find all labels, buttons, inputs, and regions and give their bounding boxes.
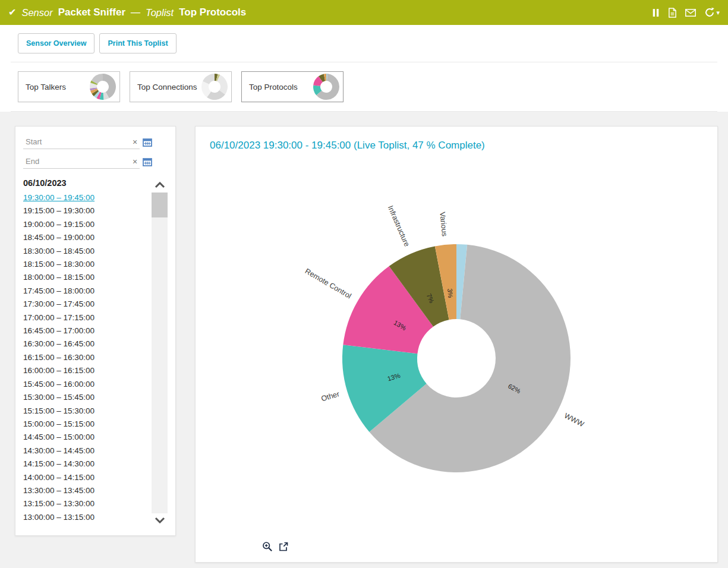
header-bar: ✔ Sensor Packet Sniffer — Toplist Top Pr… bbox=[0, 0, 728, 25]
end-date-row: × bbox=[23, 154, 138, 169]
pie-category-label: Remote Control bbox=[304, 267, 353, 300]
breadcrumb-toplist-name: Top Protocols bbox=[179, 7, 246, 18]
pie-category-label: Various bbox=[438, 212, 449, 237]
time-range-list: 19:30:00 – 19:45:0019:15:00 – 19:30:0019… bbox=[23, 191, 152, 524]
time-range-item[interactable]: 13:00:00 – 13:15:00 bbox=[23, 511, 152, 524]
time-range-item[interactable]: 17:45:00 – 18:00:00 bbox=[23, 285, 152, 298]
time-range-item[interactable]: 15:15:00 – 15:30:00 bbox=[23, 405, 152, 418]
open-external-icon[interactable] bbox=[278, 541, 289, 552]
refresh-icon[interactable]: ▾ bbox=[704, 7, 720, 18]
sensor-ok-check-icon: ✔ bbox=[8, 8, 16, 17]
breadcrumb-sensor-label: Sensor bbox=[21, 7, 52, 18]
card-label: Top Protocols bbox=[249, 83, 313, 91]
time-range-item[interactable]: 14:00:00 – 14:15:00 bbox=[23, 471, 152, 484]
time-range-item[interactable]: 16:30:00 – 16:45:00 bbox=[23, 337, 152, 351]
time-range-item[interactable]: 18:30:00 – 18:45:00 bbox=[23, 245, 152, 258]
time-range-item[interactable]: 19:00:00 – 19:15:00 bbox=[23, 218, 152, 231]
top-connections-mini-chart bbox=[201, 73, 228, 100]
time-range-item[interactable]: 18:00:00 – 18:15:00 bbox=[23, 271, 152, 284]
time-list-scrollbar[interactable] bbox=[152, 178, 168, 528]
card-label: Top Talkers bbox=[26, 83, 89, 91]
time-range-item[interactable]: 14:45:00 – 15:00:00 bbox=[23, 431, 152, 444]
time-range-item[interactable]: 18:15:00 – 18:30:00 bbox=[23, 258, 152, 271]
time-range-item[interactable]: 15:30:00 – 15:45:00 bbox=[23, 391, 152, 404]
report-icon[interactable] bbox=[668, 8, 677, 18]
time-range-item[interactable]: 13:30:00 – 13:45:00 bbox=[23, 484, 152, 497]
toplist-card-top-connections[interactable]: Top Connections bbox=[130, 71, 232, 102]
pie-category-label: WWW bbox=[563, 412, 585, 429]
pie-percent-label: 3% bbox=[446, 288, 454, 298]
time-range-item[interactable]: 18:45:00 – 19:00:00 bbox=[23, 231, 152, 244]
time-range-item[interactable]: 16:00:00 – 16:15:00 bbox=[23, 364, 152, 377]
date-header: 06/10/2023 bbox=[23, 178, 152, 188]
email-icon[interactable] bbox=[685, 9, 696, 17]
toplist-card-top-talkers[interactable]: Top Talkers bbox=[18, 71, 120, 102]
toplist-cards-row: Top Talkers Top Connections Top Protocol… bbox=[0, 62, 728, 111]
toplist-card-top-protocols[interactable]: Top Protocols bbox=[241, 71, 343, 102]
top-talkers-mini-chart bbox=[89, 73, 116, 100]
time-range-item[interactable]: 14:15:00 – 14:30:00 bbox=[23, 457, 152, 471]
chevron-up-icon bbox=[155, 180, 165, 191]
time-range-item[interactable]: 14:30:00 – 14:45:00 bbox=[23, 444, 152, 457]
time-range-item[interactable]: 16:45:00 – 17:00:00 bbox=[23, 324, 152, 337]
time-range-item[interactable]: 17:00:00 – 17:15:00 bbox=[23, 311, 152, 324]
toolbar-zone: Sensor Overview Print This Toplist Top T… bbox=[0, 25, 728, 112]
breadcrumb-separator: — bbox=[131, 7, 140, 18]
scroll-down-button[interactable] bbox=[152, 513, 168, 528]
time-range-item[interactable]: 19:15:00 – 19:30:00 bbox=[23, 204, 152, 217]
end-date-input[interactable] bbox=[24, 156, 131, 166]
breadcrumb-sensor-name[interactable]: Packet Sniffer bbox=[58, 7, 125, 18]
chevron-down-icon bbox=[155, 515, 165, 526]
top-protocols-mini-chart bbox=[313, 73, 340, 100]
toplist-chart-panel: 06/10/2023 19:30:00 - 19:45:00 (Live Top… bbox=[195, 126, 718, 563]
refresh-dropdown-caret-icon[interactable]: ▾ bbox=[716, 9, 720, 17]
time-range-item[interactable]: 15:45:00 – 16:00:00 bbox=[23, 378, 152, 391]
calendar-start-icon[interactable] bbox=[143, 138, 152, 147]
pause-icon[interactable] bbox=[652, 8, 660, 17]
clear-start-icon[interactable]: × bbox=[131, 138, 138, 146]
start-date-input[interactable] bbox=[24, 137, 131, 147]
time-range-item[interactable]: 15:00:00 – 15:15:00 bbox=[23, 418, 152, 431]
calendar-end-icon[interactable] bbox=[143, 157, 152, 166]
time-range-item[interactable]: 13:15:00 – 13:30:00 bbox=[23, 497, 152, 510]
time-range-item[interactable]: 17:30:00 – 17:45:00 bbox=[23, 298, 152, 311]
time-range-item-selected[interactable]: 19:30:00 – 19:45:00 bbox=[23, 191, 152, 204]
pie-category-label: Other bbox=[320, 390, 341, 403]
toplist-title: 06/10/2023 19:30:00 - 19:45:00 (Live Top… bbox=[210, 140, 703, 152]
zoom-chart-icon[interactable] bbox=[262, 541, 273, 552]
scroll-up-button[interactable] bbox=[152, 178, 168, 193]
time-range-item[interactable]: 16:15:00 – 16:30:00 bbox=[23, 351, 152, 364]
clear-end-icon[interactable]: × bbox=[131, 157, 138, 166]
pie-category-label: Infrastructure bbox=[386, 204, 411, 248]
print-toplist-button[interactable]: Print This Toplist bbox=[99, 33, 176, 53]
time-range-sidebar: × × 06/10/2023 19:30:00 – 19:45:0019:15:… bbox=[15, 126, 176, 536]
breadcrumb-toplist-label: Toplist bbox=[146, 7, 174, 18]
breadcrumb: ✔ Sensor Packet Sniffer — Toplist Top Pr… bbox=[8, 7, 246, 18]
start-date-row: × bbox=[23, 135, 138, 149]
card-label: Top Connections bbox=[137, 83, 201, 91]
scroll-thumb[interactable] bbox=[152, 193, 168, 217]
scroll-track[interactable] bbox=[152, 193, 168, 513]
sensor-overview-button[interactable]: Sensor Overview bbox=[18, 33, 94, 53]
top-protocols-donut-chart: 62%WWW13%Other13%Remote Control7%Infrast… bbox=[196, 168, 717, 560]
